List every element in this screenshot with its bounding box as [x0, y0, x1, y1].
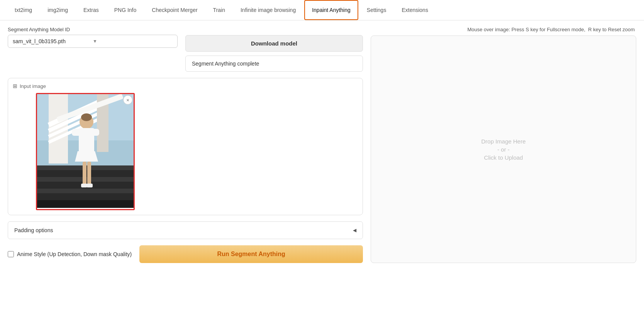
svg-marker-22: [75, 151, 98, 162]
status-box: Segment Anything complete: [185, 56, 363, 72]
main-content: Segment Anything Model ID sam_vit_l_0b31…: [0, 20, 644, 269]
key-r: R: [588, 27, 591, 32]
tab-extensions[interactable]: Extensions: [395, 1, 435, 19]
input-image-text: Input image: [20, 83, 46, 89]
dropdown-arrow-icon: ▼: [93, 39, 173, 44]
tab-txt2img[interactable]: txt2img: [8, 1, 39, 19]
click-text: Click to Upload: [484, 154, 523, 161]
svg-rect-20: [72, 129, 81, 136]
input-image-section[interactable]: ⊞ Input image: [8, 78, 363, 215]
uploaded-image-container: [36, 93, 135, 210]
svg-rect-24: [87, 162, 91, 185]
input-image-label: ⊞ Input image: [13, 83, 358, 89]
left-panel: Segment Anything Model ID sam_vit_l_0b31…: [8, 27, 363, 263]
anime-style-text: Anime Style (Up Detection, Down mask Qua…: [17, 251, 132, 257]
tab-img2img[interactable]: img2img: [41, 1, 75, 19]
or-text: - or -: [497, 146, 510, 153]
tab-train[interactable]: Train: [206, 1, 232, 19]
tab-inpaint-anything[interactable]: Inpaint Anything: [304, 0, 358, 20]
svg-rect-23: [83, 162, 86, 185]
model-id-value: sam_vit_l_0b3195.pth: [13, 38, 93, 44]
svg-point-18: [81, 113, 92, 121]
image-icon: ⊞: [13, 83, 17, 89]
tab-infinite-image-browsing[interactable]: Infinite image browsing: [234, 1, 303, 19]
padding-options-label: Padding options: [14, 227, 53, 233]
mouse-hint: Mouse over image: Press S key for Fullsc…: [371, 27, 636, 32]
download-model-button[interactable]: Download model: [185, 35, 363, 52]
close-icon: ×: [126, 97, 129, 103]
model-id-group: Segment Anything Model ID sam_vit_l_0b31…: [8, 27, 178, 48]
collapse-arrow-icon: ◀: [353, 228, 356, 233]
tab-checkpoint-merger[interactable]: Checkpoint Merger: [145, 1, 204, 19]
tab-settings[interactable]: Settings: [360, 1, 393, 19]
svg-rect-26: [86, 184, 93, 187]
svg-rect-21: [90, 129, 99, 136]
key-s: S: [525, 27, 529, 32]
nav-tabs: txt2img img2img Extras PNG Info Checkpoi…: [0, 0, 644, 20]
right-panel: Mouse over image: Press S key for Fullsc…: [371, 27, 636, 263]
model-section: Segment Anything Model ID sam_vit_l_0b31…: [8, 27, 363, 72]
svg-rect-15: [37, 194, 134, 199]
svg-rect-25: [81, 184, 87, 187]
anime-style-checkbox[interactable]: [8, 251, 14, 257]
tab-png-info[interactable]: PNG Info: [107, 1, 144, 19]
uploaded-image: [37, 94, 134, 208]
output-drop-zone[interactable]: Drop Image Here - or - Click to Upload: [371, 35, 636, 263]
buttons-group: Download model Segment Anything complete: [185, 27, 363, 72]
run-segment-anything-button[interactable]: Run Segment Anything: [139, 245, 363, 263]
drop-text: Drop Image Here: [481, 138, 525, 145]
close-image-button[interactable]: ×: [123, 95, 132, 105]
svg-rect-16: [37, 200, 134, 208]
model-id-label: Segment Anything Model ID: [8, 27, 178, 32]
svg-rect-14: [37, 189, 134, 193]
padding-options-toggle[interactable]: Padding options ◀: [8, 221, 363, 239]
tab-extras[interactable]: Extras: [76, 1, 106, 19]
anime-style-label[interactable]: Anime Style (Up Detection, Down mask Qua…: [8, 251, 132, 257]
bottom-section: Anime Style (Up Detection, Down mask Qua…: [8, 245, 363, 263]
model-id-select[interactable]: sam_vit_l_0b3195.pth ▼: [8, 35, 178, 48]
